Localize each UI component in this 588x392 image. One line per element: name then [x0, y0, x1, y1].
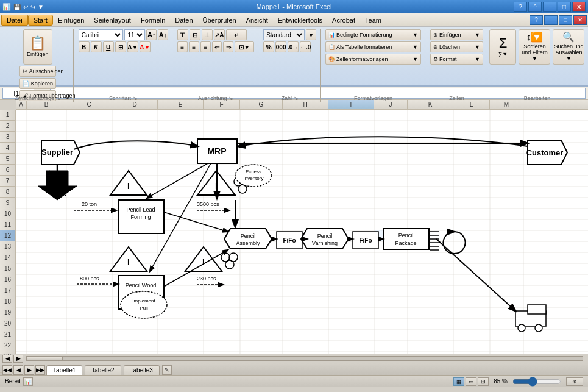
font-family-select[interactable]: Calibri [79, 29, 124, 40]
ribbon-minimize-button[interactable]: ^ [528, 2, 542, 12]
format-as-table-button[interactable]: 📋 Als Tabelle formatieren ▼ [325, 41, 421, 52]
tab-next-button[interactable]: ▶ [24, 365, 34, 375]
maximize-button[interactable]: □ [558, 2, 571, 12]
menu-seitenlayout[interactable]: Seitenlayout [89, 15, 136, 25]
font-group-label: Schriftart ↘ [109, 95, 138, 101]
ribbon-group-number: Standard ▼ % 000 .0→ ←.0 Zahl ↘ [260, 29, 321, 102]
tab-insert-button[interactable]: ✎ [162, 365, 172, 375]
page-layout-button[interactable]: ▭ [466, 377, 476, 386]
find-select-button[interactable]: 🔍 Suchen und Auswählen ▼ [553, 29, 584, 65]
menu-team[interactable]: Team [360, 15, 386, 25]
font-grow-button[interactable]: A↑ [146, 29, 157, 40]
row-header-2: 2 [0, 121, 15, 132]
sheet-tabs: ◀◀ ◀ ▶ ▶▶ Tabelle1 Tabelle2 Tabelle3 ✎ [0, 363, 588, 375]
scroll-left-button[interactable]: ◀ [2, 355, 12, 363]
format-cells-button[interactable]: ⚙ Format ▼ [430, 54, 483, 65]
titlebar-controls[interactable]: ? ^ − □ ✕ [514, 2, 586, 12]
page-break-preview-button[interactable]: ⊞ [478, 377, 489, 386]
svg-text:I: I [127, 181, 130, 191]
cell-styles-button[interactable]: 🎨 Zellenformatvorlagen ▼ [325, 54, 421, 65]
close-button[interactable]: ✕ [572, 2, 586, 12]
menu-ansicht[interactable]: Ansicht [241, 15, 273, 25]
align-right-button[interactable]: ≡ [200, 41, 211, 52]
svg-text:Pencil: Pencil [317, 233, 333, 239]
statusbar-icon[interactable]: 📊 [23, 377, 33, 386]
paste-button[interactable]: 📋 Einfügen [23, 29, 52, 65]
zoom-slider[interactable] [512, 379, 561, 385]
cut-button[interactable]: ✂ Ausschneiden [19, 66, 56, 77]
copy-button[interactable]: 📄 Kopieren [19, 78, 56, 89]
scroll-right-button[interactable]: ▶ [13, 355, 23, 363]
wrap-text-button[interactable]: ↵ [226, 29, 247, 40]
increase-indent-button[interactable]: ⇒ [223, 41, 233, 52]
align-middle-button[interactable]: ⊟ [190, 29, 200, 40]
underline-button[interactable]: U [103, 41, 114, 52]
align-bottom-button[interactable]: ⊥ [202, 29, 213, 40]
window-help-button[interactable]: ? [530, 15, 543, 25]
svg-point-101 [225, 260, 234, 269]
border-button[interactable]: ⊞ [115, 41, 126, 52]
menu-einfuegen[interactable]: Einfügen [53, 15, 89, 25]
menu-datei[interactable]: Datei [1, 15, 28, 26]
scroll-track[interactable] [26, 356, 583, 361]
menu-start[interactable]: Start [28, 15, 53, 26]
autosum-button[interactable]: Σ ∑▼ [489, 29, 516, 65]
align-top-button[interactable]: ⊤ [177, 29, 188, 40]
decrease-decimal-button[interactable]: ←.0 [300, 41, 311, 52]
horizontal-scrollbar[interactable]: ◀ ▶ [0, 354, 588, 363]
italic-button[interactable]: K [91, 41, 102, 52]
tab-left-button[interactable]: ◀◀ [2, 365, 12, 375]
quick-access-more[interactable]: ▼ [38, 4, 44, 10]
sheet-tab-tabelle2[interactable]: Tabelle2 [85, 365, 121, 375]
fill-color-button[interactable]: A▼ [127, 41, 138, 52]
window-close-button[interactable]: ✕ [573, 15, 587, 25]
ribbon-group-styles: 📊 Bedingte Formatierung ▼ 📋 Als Tabelle … [322, 29, 425, 102]
bold-button[interactable]: B [79, 41, 90, 52]
insert-cells-button[interactable]: ⊕ Einfügen ▼ [430, 29, 483, 40]
svg-text:Pencil: Pencil [241, 233, 256, 239]
sheet-tab-tabelle3[interactable]: Tabelle3 [124, 365, 160, 375]
format-table-label: Als Tabelle formatieren [336, 44, 392, 50]
quick-access-undo[interactable]: ↩ [23, 4, 28, 10]
quick-access-redo[interactable]: ↪ [30, 4, 35, 10]
help-button[interactable]: ? [514, 2, 527, 12]
align-center-button[interactable]: ≡ [189, 41, 199, 52]
row-header-1: 1 [0, 110, 15, 121]
quick-access-save[interactable]: 💾 [13, 4, 21, 10]
copy-label: Kopieren [31, 80, 53, 87]
font-size-select[interactable]: 11 [124, 29, 145, 40]
scroll-thumb[interactable] [26, 357, 63, 360]
merge-button[interactable]: ⊡▼ [235, 41, 254, 52]
window-minimize-button[interactable]: − [544, 15, 558, 25]
number-format-select[interactable]: Standard [263, 29, 305, 40]
delete-cells-button[interactable]: ⊖ Löschen ▼ [430, 41, 483, 52]
align-left-button[interactable]: ≡ [177, 41, 188, 52]
sort-filter-button[interactable]: ↕🔽 Sortieren und Filtern ▼ [519, 29, 550, 65]
minimize-button[interactable]: − [543, 2, 556, 12]
decrease-indent-button[interactable]: ⇐ [212, 41, 222, 52]
percent-button[interactable]: % [263, 41, 274, 52]
menu-acrobat[interactable]: Acrobat [327, 15, 360, 25]
increase-decimal-button[interactable]: .0→ [288, 41, 299, 52]
tab-right-button[interactable]: ▶▶ [35, 365, 45, 375]
font-shrink-button[interactable]: A↓ [158, 29, 168, 40]
number-format-expand[interactable]: ▼ [306, 29, 316, 40]
menu-daten[interactable]: Daten [170, 15, 197, 25]
normal-view-button[interactable]: ▦ [453, 377, 464, 386]
tab-prev-button[interactable]: ◀ [13, 365, 23, 375]
row-header-9: 9 [0, 198, 15, 208]
menu-formeln[interactable]: Formeln [136, 15, 170, 25]
sheet-tab-tabelle1[interactable]: Tabelle1 [46, 365, 82, 375]
thousands-button[interactable]: 000 [275, 41, 286, 52]
conditional-format-button[interactable]: 📊 Bedingte Formatierung ▼ [325, 29, 421, 40]
menu-entwicklertools[interactable]: Entwicklertools [273, 15, 327, 25]
alignment-group-label: Ausrichtung ↘ [198, 95, 233, 101]
svg-text:Inventory: Inventory [244, 176, 264, 181]
orientation-button[interactable]: ↗A [214, 29, 225, 40]
grid-content[interactable]: Supplier MRP Customer [16, 110, 588, 354]
menu-ueberprufen[interactable]: Überprüfen [198, 15, 241, 25]
zoom-in-button[interactable]: ⊕ [566, 377, 583, 386]
window-maximize-button[interactable]: □ [559, 15, 572, 25]
cell-styles-icon: 🎨 [328, 56, 335, 62]
font-color-button[interactable]: A▼ [140, 41, 151, 52]
